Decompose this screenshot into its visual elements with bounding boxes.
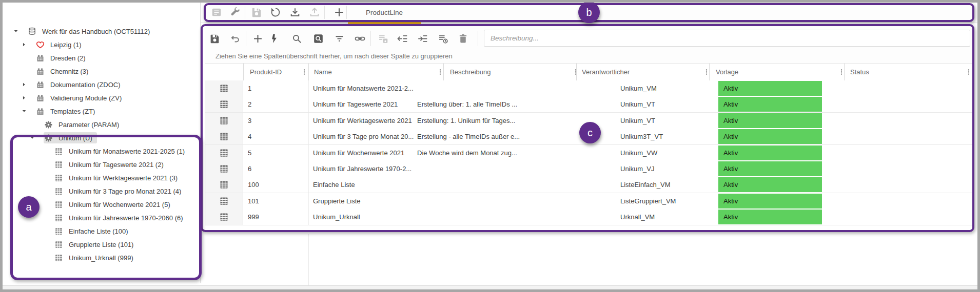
tree-item[interactable]: Templates (ZT) [3,105,200,118]
caret-right-icon[interactable] [21,95,27,101]
search-box-icon[interactable] [312,32,324,45]
column-menu-icon[interactable] [437,68,444,76]
table-row[interactable]: 100Einfache ListeListeEinfach_VMAktiv [205,177,974,193]
vorlage-status-badge: Aktiv [718,81,822,96]
collapse-left-icon[interactable] [396,32,408,45]
column-divider[interactable] [308,64,309,80]
tab-productline[interactable]: ProductLine [348,3,421,22]
table-row[interactable]: 999Unikum_UrknallUrknall_VMAktiv [205,209,974,225]
row-grid-icon[interactable] [205,161,243,177]
cell-name: Unikum für Jahreswerte 1970-2... [313,161,411,177]
tree-item[interactable]: Leipzig (1) [3,38,200,51]
vorlage-status-badge: Aktiv [718,194,822,208]
row-history-icon[interactable] [437,32,449,45]
tree-item[interactable]: Dokumentation (ZDOC) [3,78,200,91]
cell-name: Unikum für Monatswerte 2021-2... [313,80,414,96]
tree-item[interactable]: Unikum für Jahreswerte 1970-2060 (6) [3,211,200,224]
table-row[interactable]: 6Unikum für Jahreswerte 1970-2...Unikum_… [205,161,974,177]
row-grid-icon[interactable] [205,145,243,161]
tree-item[interactable]: Unikum für Tageswerte 2021 (2) [3,158,200,171]
tree-item[interactable]: Unikum (U) [3,131,200,144]
cell-name: Unikum für Wochenwerte 2021 [313,145,404,161]
caret-placeholder [40,228,46,234]
grid-icon [54,186,63,196]
cell-produkt-id: 3 [248,113,251,129]
grid-extension-line [308,234,309,285]
tree-item-label: Validierung Module (ZV) [50,94,122,102]
undo-icon[interactable] [229,32,241,45]
table-row[interactable]: 3Unikum für Werktageswerte 2021Erstellun… [205,113,974,129]
table-row[interactable]: 101Gruppierte ListeListeGruppiert_VMAkti… [205,193,974,210]
table-row[interactable]: 1Unikum für Monatswerte 2021-2...Unikum_… [205,80,974,97]
tree-item[interactable]: Einfache Liste (100) [3,224,200,238]
cell-verantwortlicher: Unikum_VM [620,80,657,96]
flash-icon[interactable] [268,32,280,45]
row-grid-icon[interactable] [205,96,243,112]
column-header-name[interactable]: Name [314,64,332,80]
tree-item[interactable]: Unikum für Wochenwerte 2021 (5) [3,198,200,211]
table-row[interactable]: 4Unikum für 3 Tage pro Monat 20...Erstel… [205,129,974,145]
filter-icon[interactable] [333,32,345,45]
row-grid-icon[interactable] [205,209,243,225]
column-header-verantwortlicher[interactable]: Verantwortlicher [582,64,630,80]
column-menu-icon[interactable] [965,68,972,76]
row-divider [308,129,309,144]
caret-right-icon[interactable] [21,81,27,88]
column-menu-icon[interactable] [301,68,308,76]
tree-item[interactable]: Parameter (PARAM) [3,118,200,131]
table-row[interactable]: 5Unikum für Wochenwerte 2021Die Woche wi… [205,145,974,161]
column-divider[interactable] [243,64,244,80]
column-header-produkt-id[interactable]: Produkt-ID [250,64,282,80]
description-input[interactable] [484,30,970,47]
row-grid-icon[interactable] [205,193,243,209]
row-grid-icon[interactable] [205,113,243,129]
row-divider [308,80,309,96]
table-row[interactable]: 2Unikum für Tageswerte 2021Erstellung üb… [205,96,974,113]
search-icon[interactable] [290,32,303,45]
tree-item[interactable]: Unikum_Urknall (999) [3,251,200,264]
cell-produkt-id: 999 [248,209,259,225]
vorlage-status-badge: Aktiv [718,210,822,224]
add-plus-icon[interactable] [333,6,345,18]
expand-right-icon[interactable] [416,32,428,45]
import-download-icon[interactable] [289,6,301,18]
caret-placeholder [21,55,27,61]
tree-item[interactable]: Unikum für 3 Tage pro Monat 2021 (4) [3,184,200,198]
caret-down-icon[interactable] [29,135,35,141]
tree-item[interactable]: Unikum für Monatswerte 2021-2025 (1) [3,144,200,158]
vorlage-status-badge: Aktiv [718,113,822,128]
toolbar-divider [478,31,478,46]
caret-right-icon[interactable] [21,41,27,48]
row-divider [308,145,309,161]
row-grid-icon[interactable] [205,129,243,144]
column-header-status[interactable]: Status [850,64,869,80]
vorlage-status-badge: Aktiv [718,129,822,144]
column-header-beschreibung[interactable]: Beschreibung [450,64,491,80]
link-icon[interactable] [354,32,366,45]
column-menu-icon[interactable] [572,68,579,76]
delete-trash-icon[interactable] [457,32,469,45]
caret-down-icon[interactable] [21,108,27,114]
row-grid-icon[interactable] [205,177,243,193]
tree-item[interactable]: Unikum für Werktageswerte 2021 (3) [3,171,200,184]
wrench-icon[interactable] [229,6,241,18]
caret-down-icon[interactable] [13,28,19,34]
save-icon[interactable] [208,32,221,45]
tree-item[interactable]: Chemnitz (3) [3,65,200,78]
tree-item-label: Einfache Liste (100) [69,227,128,235]
add-plus-icon[interactable] [251,32,264,45]
tree-item[interactable]: Gruppierte Liste (101) [3,238,200,251]
column-header-vorlage[interactable]: Vorlage [716,64,738,80]
caret-placeholder [29,121,35,128]
column-menu-icon[interactable] [703,68,710,76]
row-grid-icon[interactable] [205,80,243,96]
group-panel[interactable]: Ziehen Sie eine Spaltenüberschrift hierh… [205,49,974,64]
cell-verantwortlicher: Unikum3T_VT [620,129,663,144]
tree-item-label: Gruppierte Liste (101) [69,241,133,248]
column-menu-icon[interactable] [838,68,845,76]
toolbar-divider [370,31,371,46]
tree-item[interactable]: Werk für das Handbuch (OCT51112) [3,25,200,38]
tree-item[interactable]: Validierung Module (ZV) [3,91,200,105]
tree-item[interactable]: Dresden (2) [3,51,200,65]
history-icon[interactable] [269,6,282,18]
